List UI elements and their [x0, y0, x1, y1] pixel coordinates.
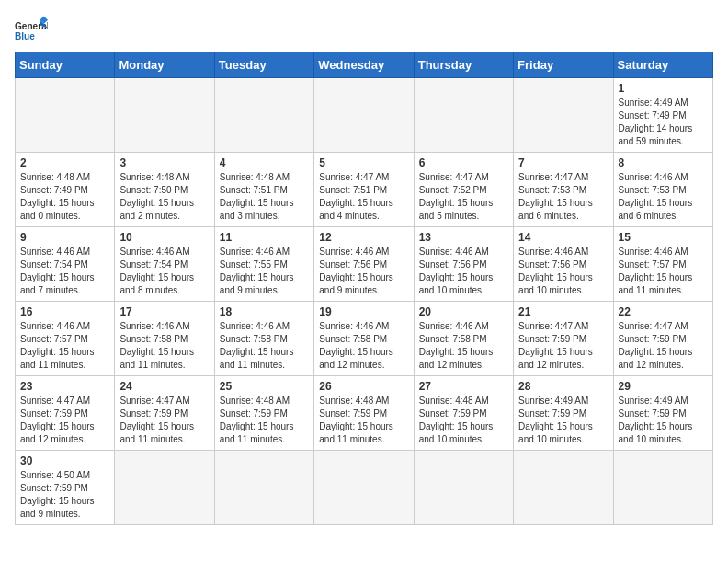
day-info: Sunrise: 4:49 AM Sunset: 7:59 PM Dayligh…: [518, 395, 608, 446]
day-number: 15: [619, 231, 708, 244]
svg-text:Blue: Blue: [15, 31, 35, 41]
day-number: 4: [220, 156, 309, 169]
calendar-cell: [16, 78, 115, 153]
day-info: Sunrise: 4:48 AM Sunset: 7:50 PM Dayligh…: [119, 171, 209, 223]
calendar-cell: [514, 78, 613, 153]
calendar-cell: [214, 78, 313, 153]
day-info: Sunrise: 4:46 AM Sunset: 7:58 PM Dayligh…: [419, 320, 508, 372]
calendar-cell: 29Sunrise: 4:49 AM Sunset: 7:59 PM Dayli…: [613, 376, 712, 451]
calendar-cell: 22Sunrise: 4:47 AM Sunset: 7:59 PM Dayli…: [613, 302, 712, 376]
calendar-cell: 17Sunrise: 4:46 AM Sunset: 7:58 PM Dayli…: [115, 302, 214, 376]
calendar-cell: 6Sunrise: 4:47 AM Sunset: 7:52 PM Daylig…: [414, 153, 513, 227]
calendar-cell: [214, 451, 313, 525]
calendar-cell: 30Sunrise: 4:50 AM Sunset: 7:59 PM Dayli…: [16, 451, 115, 525]
calendar-cell: 3Sunrise: 4:48 AM Sunset: 7:50 PM Daylig…: [115, 153, 214, 227]
day-number: 21: [518, 305, 608, 318]
day-number: 18: [220, 305, 309, 318]
day-header-saturday: Saturday: [613, 52, 712, 78]
day-info: Sunrise: 4:49 AM Sunset: 7:59 PM Dayligh…: [619, 395, 708, 446]
calendar-cell: 16Sunrise: 4:46 AM Sunset: 7:57 PM Dayli…: [16, 302, 115, 376]
day-number: 22: [619, 305, 708, 318]
calendar-cell: 5Sunrise: 4:47 AM Sunset: 7:51 PM Daylig…: [314, 153, 414, 227]
week-row-2: 9Sunrise: 4:46 AM Sunset: 7:54 PM Daylig…: [16, 227, 713, 302]
day-info: Sunrise: 4:46 AM Sunset: 7:53 PM Dayligh…: [619, 171, 708, 223]
calendar-cell: [314, 78, 414, 153]
day-number: 16: [20, 305, 109, 318]
day-header-thursday: Thursday: [414, 52, 513, 78]
day-info: Sunrise: 4:47 AM Sunset: 7:51 PM Dayligh…: [319, 171, 408, 223]
day-number: 5: [319, 156, 408, 169]
day-info: Sunrise: 4:47 AM Sunset: 7:52 PM Dayligh…: [419, 171, 508, 223]
day-info: Sunrise: 4:47 AM Sunset: 7:53 PM Dayligh…: [518, 171, 608, 223]
day-info: Sunrise: 4:46 AM Sunset: 7:56 PM Dayligh…: [319, 246, 408, 297]
week-row-4: 23Sunrise: 4:47 AM Sunset: 7:59 PM Dayli…: [16, 376, 713, 451]
day-header-sunday: Sunday: [16, 52, 115, 78]
calendar-cell: [314, 451, 414, 525]
day-number: 8: [619, 156, 708, 169]
day-info: Sunrise: 4:48 AM Sunset: 7:49 PM Dayligh…: [20, 171, 109, 223]
week-row-3: 16Sunrise: 4:46 AM Sunset: 7:57 PM Dayli…: [16, 302, 713, 376]
calendar-cell: 21Sunrise: 4:47 AM Sunset: 7:59 PM Dayli…: [514, 302, 613, 376]
day-number: 30: [20, 454, 109, 467]
calendar-cell: 11Sunrise: 4:46 AM Sunset: 7:55 PM Dayli…: [214, 227, 313, 302]
calendar-cell: 26Sunrise: 4:48 AM Sunset: 7:59 PM Dayli…: [314, 376, 414, 451]
day-info: Sunrise: 4:46 AM Sunset: 7:57 PM Dayligh…: [619, 246, 708, 297]
day-info: Sunrise: 4:46 AM Sunset: 7:58 PM Dayligh…: [119, 320, 209, 372]
day-info: Sunrise: 4:48 AM Sunset: 7:59 PM Dayligh…: [419, 395, 508, 446]
calendar-cell: 14Sunrise: 4:46 AM Sunset: 7:56 PM Dayli…: [514, 227, 613, 302]
week-row-0: 1Sunrise: 4:49 AM Sunset: 7:49 PM Daylig…: [16, 78, 713, 153]
header-row: SundayMondayTuesdayWednesdayThursdayFrid…: [16, 52, 713, 78]
day-number: 11: [220, 231, 309, 244]
day-info: Sunrise: 4:46 AM Sunset: 7:54 PM Dayligh…: [20, 246, 109, 297]
calendar-cell: 13Sunrise: 4:46 AM Sunset: 7:56 PM Dayli…: [414, 227, 513, 302]
calendar-cell: 23Sunrise: 4:47 AM Sunset: 7:59 PM Dayli…: [16, 376, 115, 451]
calendar-cell: [414, 78, 513, 153]
day-info: Sunrise: 4:48 AM Sunset: 7:51 PM Dayligh…: [220, 171, 309, 223]
day-info: Sunrise: 4:46 AM Sunset: 7:57 PM Dayligh…: [20, 320, 109, 372]
day-number: 10: [119, 231, 209, 244]
day-number: 25: [220, 380, 309, 393]
calendar-cell: 15Sunrise: 4:46 AM Sunset: 7:57 PM Dayli…: [613, 227, 712, 302]
day-info: Sunrise: 4:46 AM Sunset: 7:56 PM Dayligh…: [518, 246, 608, 297]
day-number: 24: [119, 380, 209, 393]
day-info: Sunrise: 4:48 AM Sunset: 7:59 PM Dayligh…: [319, 395, 408, 446]
calendar-cell: 8Sunrise: 4:46 AM Sunset: 7:53 PM Daylig…: [613, 153, 712, 227]
calendar-cell: 7Sunrise: 4:47 AM Sunset: 7:53 PM Daylig…: [514, 153, 613, 227]
day-header-tuesday: Tuesday: [214, 52, 313, 78]
day-info: Sunrise: 4:46 AM Sunset: 7:56 PM Dayligh…: [419, 246, 508, 297]
day-info: Sunrise: 4:50 AM Sunset: 7:59 PM Dayligh…: [20, 469, 109, 521]
day-number: 12: [319, 231, 408, 244]
day-number: 17: [119, 305, 209, 318]
header: General Blue: [15, 15, 713, 48]
calendar-cell: 24Sunrise: 4:47 AM Sunset: 7:59 PM Dayli…: [115, 376, 214, 451]
calendar-cell: 1Sunrise: 4:49 AM Sunset: 7:49 PM Daylig…: [613, 78, 712, 153]
calendar-cell: 10Sunrise: 4:46 AM Sunset: 7:54 PM Dayli…: [115, 227, 214, 302]
day-header-wednesday: Wednesday: [314, 52, 414, 78]
calendar-cell: [613, 451, 712, 525]
day-info: Sunrise: 4:46 AM Sunset: 7:58 PM Dayligh…: [319, 320, 408, 372]
calendar-table: SundayMondayTuesdayWednesdayThursdayFrid…: [15, 52, 713, 525]
day-number: 19: [319, 305, 408, 318]
day-number: 23: [20, 380, 109, 393]
calendar-cell: 2Sunrise: 4:48 AM Sunset: 7:49 PM Daylig…: [16, 153, 115, 227]
day-number: 9: [20, 231, 109, 244]
calendar-cell: [514, 451, 613, 525]
calendar-cell: 20Sunrise: 4:46 AM Sunset: 7:58 PM Dayli…: [414, 302, 513, 376]
calendar-cell: [115, 78, 214, 153]
day-info: Sunrise: 4:47 AM Sunset: 7:59 PM Dayligh…: [619, 320, 708, 372]
day-number: 29: [619, 380, 708, 393]
day-info: Sunrise: 4:49 AM Sunset: 7:49 PM Dayligh…: [619, 97, 708, 148]
calendar-cell: 19Sunrise: 4:46 AM Sunset: 7:58 PM Dayli…: [314, 302, 414, 376]
week-row-1: 2Sunrise: 4:48 AM Sunset: 7:49 PM Daylig…: [16, 153, 713, 227]
calendar-cell: [115, 451, 214, 525]
day-info: Sunrise: 4:46 AM Sunset: 7:55 PM Dayligh…: [220, 246, 309, 297]
day-header-friday: Friday: [514, 52, 613, 78]
calendar-cell: 12Sunrise: 4:46 AM Sunset: 7:56 PM Dayli…: [314, 227, 414, 302]
logo-icon: General Blue: [15, 15, 48, 48]
day-number: 2: [20, 156, 109, 169]
day-info: Sunrise: 4:48 AM Sunset: 7:59 PM Dayligh…: [220, 395, 309, 446]
calendar-cell: 9Sunrise: 4:46 AM Sunset: 7:54 PM Daylig…: [16, 227, 115, 302]
day-number: 20: [419, 305, 508, 318]
day-number: 28: [518, 380, 608, 393]
day-number: 6: [419, 156, 508, 169]
